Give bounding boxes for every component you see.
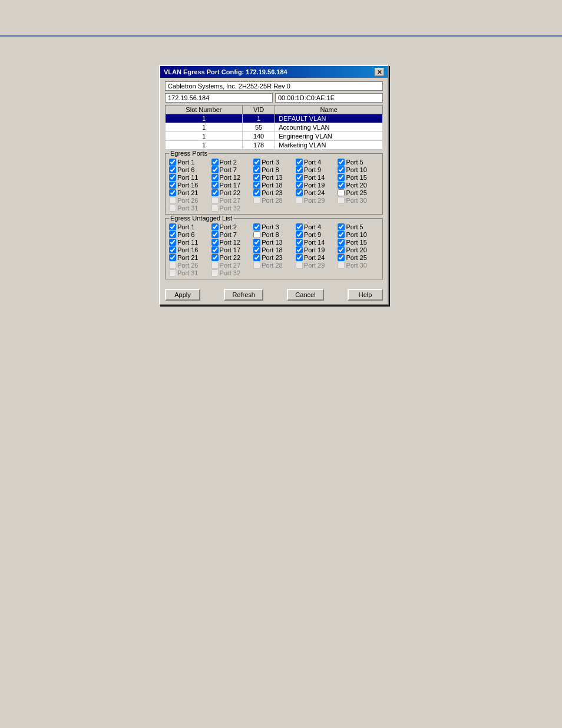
- port-checkbox[interactable]: [253, 231, 260, 238]
- port-checkbox[interactable]: [338, 189, 345, 196]
- port-checkbox[interactable]: [169, 254, 176, 261]
- port-checkbox[interactable]: [211, 223, 219, 230]
- port-item[interactable]: Port 7: [211, 166, 253, 173]
- port-item[interactable]: Port 3: [253, 159, 295, 166]
- port-checkbox[interactable]: [296, 254, 303, 261]
- port-checkbox[interactable]: [338, 182, 345, 189]
- vlan-table-row[interactable]: 1 55 Accounting VLAN: [166, 123, 383, 132]
- port-item[interactable]: Port 12: [211, 174, 253, 181]
- port-checkbox[interactable]: [338, 223, 345, 230]
- port-checkbox[interactable]: [338, 231, 345, 238]
- port-item[interactable]: Port 14: [296, 174, 337, 181]
- port-checkbox[interactable]: [211, 246, 219, 253]
- port-item[interactable]: Port 20: [338, 182, 379, 189]
- port-item[interactable]: Port 11: [169, 239, 210, 246]
- port-checkbox[interactable]: [296, 174, 303, 181]
- vlan-table-row[interactable]: 1 1 DEFAULT VLAN: [166, 114, 383, 123]
- port-item[interactable]: Port 5: [338, 223, 379, 230]
- port-item[interactable]: Port 2: [211, 159, 253, 166]
- port-checkbox[interactable]: [169, 189, 176, 196]
- apply-button[interactable]: Apply: [165, 289, 200, 301]
- port-item[interactable]: Port 18: [253, 182, 295, 189]
- port-item[interactable]: Port 10: [338, 231, 379, 238]
- port-item[interactable]: Port 12: [211, 239, 253, 246]
- port-item[interactable]: Port 13: [253, 174, 295, 181]
- close-button[interactable]: ✕: [375, 68, 384, 76]
- port-checkbox[interactable]: [211, 239, 219, 246]
- port-item[interactable]: Port 6: [169, 231, 210, 238]
- port-checkbox[interactable]: [296, 239, 303, 246]
- port-item[interactable]: Port 14: [296, 239, 337, 246]
- port-item[interactable]: Port 24: [296, 189, 337, 196]
- port-item[interactable]: Port 4: [296, 159, 337, 166]
- port-item[interactable]: Port 23: [253, 254, 295, 261]
- port-checkbox[interactable]: [253, 159, 260, 166]
- port-checkbox[interactable]: [296, 159, 303, 166]
- port-checkbox[interactable]: [169, 246, 176, 253]
- port-checkbox[interactable]: [169, 223, 176, 230]
- port-item[interactable]: Port 19: [296, 182, 337, 189]
- port-item[interactable]: Port 4: [296, 223, 337, 230]
- help-button[interactable]: Help: [348, 289, 383, 301]
- vlan-table-row[interactable]: 1 140 Engineering VLAN: [166, 132, 383, 141]
- port-checkbox[interactable]: [253, 174, 260, 181]
- port-checkbox[interactable]: [253, 189, 260, 196]
- port-item[interactable]: Port 24: [296, 254, 337, 261]
- port-item[interactable]: Port 16: [169, 246, 210, 253]
- port-item[interactable]: Port 25: [338, 189, 379, 196]
- port-checkbox[interactable]: [253, 182, 260, 189]
- port-checkbox[interactable]: [211, 231, 219, 238]
- port-item[interactable]: Port 6: [169, 166, 210, 173]
- port-checkbox[interactable]: [169, 182, 176, 189]
- port-item[interactable]: Port 15: [338, 174, 379, 181]
- port-item[interactable]: Port 7: [211, 231, 253, 238]
- port-checkbox[interactable]: [253, 166, 260, 173]
- port-item[interactable]: Port 21: [169, 254, 210, 261]
- port-item[interactable]: Port 15: [338, 239, 379, 246]
- port-checkbox[interactable]: [169, 174, 176, 181]
- port-item[interactable]: Port 10: [338, 166, 379, 173]
- port-checkbox[interactable]: [211, 174, 219, 181]
- port-checkbox[interactable]: [169, 166, 176, 173]
- port-item[interactable]: Port 23: [253, 189, 295, 196]
- port-item[interactable]: Port 9: [296, 166, 337, 173]
- port-item[interactable]: Port 22: [211, 189, 253, 196]
- port-checkbox[interactable]: [296, 166, 303, 173]
- port-checkbox[interactable]: [253, 223, 260, 230]
- port-checkbox[interactable]: [296, 223, 303, 230]
- port-checkbox[interactable]: [296, 246, 303, 253]
- port-item[interactable]: Port 17: [211, 182, 253, 189]
- port-item[interactable]: Port 22: [211, 254, 253, 261]
- port-checkbox[interactable]: [211, 254, 219, 261]
- port-item[interactable]: Port 1: [169, 223, 210, 230]
- port-item[interactable]: Port 11: [169, 174, 210, 181]
- port-item[interactable]: Port 18: [253, 246, 295, 253]
- port-item[interactable]: Port 16: [169, 182, 210, 189]
- port-item[interactable]: Port 5: [338, 159, 379, 166]
- port-checkbox[interactable]: [253, 254, 260, 261]
- cancel-button[interactable]: Cancel: [287, 289, 323, 301]
- port-checkbox[interactable]: [338, 254, 345, 261]
- port-checkbox[interactable]: [338, 239, 345, 246]
- port-item[interactable]: Port 21: [169, 189, 210, 196]
- port-item[interactable]: Port 9: [296, 231, 337, 238]
- port-checkbox[interactable]: [211, 159, 219, 166]
- port-item[interactable]: Port 20: [338, 246, 379, 253]
- port-item[interactable]: Port 17: [211, 246, 253, 253]
- port-item[interactable]: Port 8: [253, 166, 295, 173]
- port-item[interactable]: Port 2: [211, 223, 253, 230]
- refresh-button[interactable]: Refresh: [224, 289, 263, 301]
- port-checkbox[interactable]: [169, 231, 176, 238]
- port-checkbox[interactable]: [253, 239, 260, 246]
- port-item[interactable]: Port 3: [253, 223, 295, 230]
- port-checkbox[interactable]: [296, 182, 303, 189]
- port-checkbox[interactable]: [296, 231, 303, 238]
- port-item[interactable]: Port 1: [169, 159, 210, 166]
- port-checkbox[interactable]: [338, 174, 345, 181]
- port-checkbox[interactable]: [211, 166, 219, 173]
- port-checkbox[interactable]: [169, 159, 176, 166]
- port-checkbox[interactable]: [169, 239, 176, 246]
- port-item[interactable]: Port 8: [253, 231, 295, 238]
- port-checkbox[interactable]: [211, 182, 219, 189]
- port-checkbox[interactable]: [211, 189, 219, 196]
